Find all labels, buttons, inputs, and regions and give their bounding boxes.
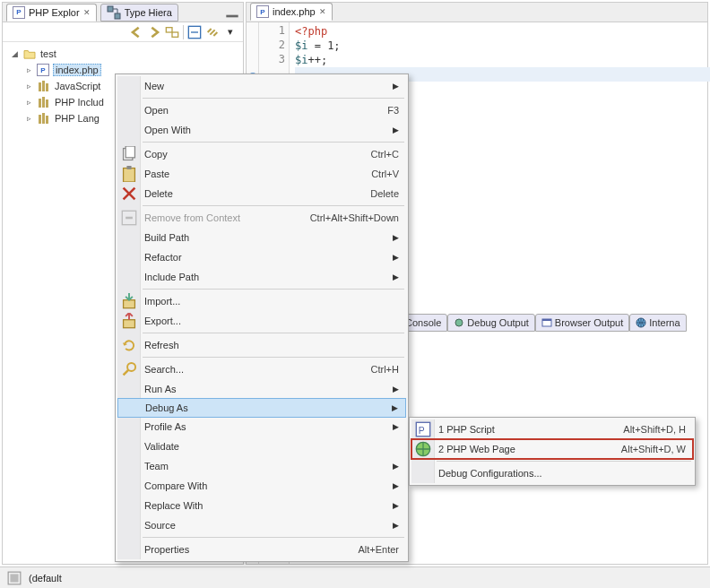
menu-item-paste[interactable]: PasteCtrl+V <box>117 164 406 184</box>
library-icon <box>37 111 51 125</box>
close-icon[interactable]: ✕ <box>319 7 326 16</box>
menu-item-refactor[interactable]: Refactor▶ <box>117 247 406 267</box>
menu-item-shortcut: Ctrl+C <box>371 149 399 160</box>
debug-output-icon <box>454 317 464 328</box>
link-editor-icon[interactable] <box>165 25 179 39</box>
search-icon <box>121 361 137 377</box>
tab-label: Debug Output <box>467 317 529 328</box>
minimize-icon[interactable] <box>225 5 239 20</box>
menu-separator <box>143 142 404 143</box>
menu-item-label: Include Path <box>144 272 387 282</box>
menu-item-include-path[interactable]: Include Path▶ <box>117 267 406 287</box>
php-web-icon <box>415 441 431 457</box>
close-icon[interactable]: ✕ <box>83 8 91 17</box>
submenu-item-php-script[interactable]: P1 PHP ScriptAlt+Shift+D, H <box>411 419 693 439</box>
menu-item-search[interactable]: Search...Ctrl+H <box>117 359 406 379</box>
menu-item-new[interactable]: New▶ <box>117 76 406 96</box>
menu-item-shortcut: Ctrl+V <box>371 169 399 179</box>
tab-debug-output[interactable]: Debug Output <box>447 314 535 332</box>
menu-item-copy[interactable]: CopyCtrl+C <box>117 144 406 164</box>
tree-item-label: JavaScript <box>55 81 100 91</box>
menu-item-label: Export... <box>144 316 399 326</box>
svg-rect-21 <box>542 319 551 321</box>
svg-rect-13 <box>42 97 45 108</box>
menu-item-label: Run As <box>144 384 387 394</box>
menu-item-team[interactable]: Team▶ <box>117 456 406 476</box>
tab-php-explorer[interactable]: P PHP Explor ✕ <box>6 4 97 22</box>
editor-tab-index-php[interactable]: P index.php ✕ <box>250 3 333 21</box>
menu-separator <box>143 98 404 99</box>
menu-item-label: Open <box>144 105 387 116</box>
tree-root-test[interactable]: ◢ test <box>4 46 241 62</box>
menu-item-debug-as[interactable]: Debug As▶ <box>117 398 406 418</box>
expander-icon[interactable]: ▹ <box>24 114 33 123</box>
submenu-arrow-icon: ▶ <box>393 481 399 490</box>
menu-separator <box>143 289 404 290</box>
menu-item-delete[interactable]: DeleteDelete <box>117 184 406 203</box>
svg-rect-6 <box>172 32 178 37</box>
svg-rect-1 <box>115 13 120 19</box>
svg-rect-24 <box>10 574 18 582</box>
status-bar: (default <box>0 566 710 588</box>
expander-icon[interactable]: ◢ <box>10 49 19 58</box>
menu-item-run-as[interactable]: Run As▶ <box>117 379 406 399</box>
svg-rect-0 <box>108 6 113 12</box>
submenu-item-label: 1 PHP Script <box>438 424 623 435</box>
submenu-arrow-icon: ▶ <box>393 521 399 530</box>
expander-icon[interactable]: ▹ <box>24 82 33 91</box>
menu-item-label: Profile As <box>144 421 387 432</box>
globe-icon <box>636 317 646 328</box>
menu-item-compare-with[interactable]: Compare With▶ <box>117 476 406 496</box>
line-number: 3 <box>259 53 285 67</box>
svg-rect-12 <box>39 99 41 108</box>
expander-icon[interactable]: ▹ <box>24 65 33 74</box>
submenu-arrow-icon: ▶ <box>393 125 399 134</box>
expander-icon[interactable]: ▹ <box>24 98 33 107</box>
tree-item-label: PHP Lang <box>55 113 100 124</box>
tree-item-label: PHP Includ <box>55 97 104 108</box>
php-file-icon: P <box>256 5 269 18</box>
submenu-item-php-web-page[interactable]: 2 PHP Web PageAlt+Shift+D, W <box>411 439 693 459</box>
menu-icon[interactable]: ▾ <box>223 25 238 39</box>
menu-separator <box>143 537 404 538</box>
svg-point-19 <box>455 319 463 326</box>
submenu-item-debug-configurations[interactable]: Debug Configurations... <box>411 463 693 483</box>
tab-internal[interactable]: Interna <box>629 314 686 332</box>
menu-item-properties[interactable]: PropertiesAlt+Enter <box>117 540 406 559</box>
menu-separator <box>143 357 404 358</box>
menu-item-export[interactable]: Export... <box>117 311 406 331</box>
forward-icon[interactable] <box>147 25 161 39</box>
tab-type-hierarchy[interactable]: Type Hiera <box>100 4 178 22</box>
svg-rect-34 <box>124 320 135 328</box>
back-icon[interactable] <box>129 25 143 39</box>
svg-rect-14 <box>46 99 48 108</box>
submenu-arrow-icon: ▶ <box>393 82 399 91</box>
collapse-all-icon[interactable] <box>187 25 202 39</box>
menu-item-label: Build Path <box>144 232 387 243</box>
menu-item-profile-as[interactable]: Profile As▶ <box>117 417 406 437</box>
link-icon[interactable] <box>205 25 220 39</box>
menu-item-source[interactable]: Source▶ <box>117 515 406 535</box>
submenu-arrow-icon: ▶ <box>393 501 399 510</box>
menu-item-open[interactable]: OpenF3 <box>117 100 406 120</box>
menu-item-open-with[interactable]: Open With▶ <box>117 120 406 140</box>
submenu-arrow-icon: ▶ <box>392 403 398 412</box>
svg-rect-17 <box>46 116 48 124</box>
editor-tab-label: index.php <box>273 6 316 17</box>
submenu-arrow-icon: ▶ <box>393 272 399 281</box>
menu-item-label: Remove from Context <box>144 212 310 223</box>
menu-item-replace-with[interactable]: Replace With▶ <box>117 496 406 515</box>
submenu-arrow-icon: ▶ <box>393 462 399 471</box>
menu-item-build-path[interactable]: Build Path▶ <box>117 228 406 247</box>
svg-rect-4 <box>226 14 238 17</box>
menu-item-shortcut: F3 <box>387 105 399 116</box>
tab-browser-output[interactable]: Browser Output <box>535 314 629 332</box>
menu-item-refresh[interactable]: Refresh <box>117 335 406 355</box>
explorer-toolbar: ▾ <box>3 22 243 42</box>
menu-item-import[interactable]: Import... <box>117 291 406 311</box>
svg-rect-26 <box>126 146 134 158</box>
menu-item-validate[interactable]: Validate <box>117 437 406 456</box>
svg-rect-16 <box>42 113 45 124</box>
menu-item-label: Open With <box>144 125 387 135</box>
menu-item-label: Compare With <box>144 480 387 491</box>
